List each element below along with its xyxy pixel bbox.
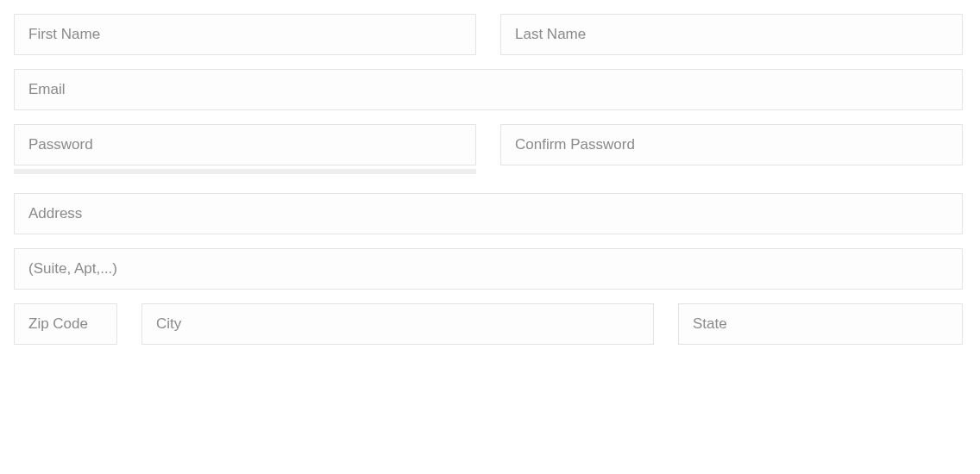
password-field[interactable] [14,124,476,165]
registration-form [14,14,963,345]
address2-field[interactable] [14,248,963,290]
zip-code-field[interactable] [14,303,117,345]
address2-row [14,248,963,290]
state-field[interactable] [678,303,963,345]
first-name-field[interactable] [14,14,476,55]
city-field[interactable] [141,303,654,345]
address-field[interactable] [14,193,963,234]
city-state-row [14,303,963,345]
last-name-field[interactable] [500,14,963,55]
name-row [14,14,963,55]
password-row [14,124,963,165]
email-row [14,69,963,110]
address-row [14,193,963,234]
email-field[interactable] [14,69,963,110]
password-strength-container [14,169,476,174]
confirm-password-field[interactable] [500,124,963,165]
password-strength-bar [14,169,476,174]
